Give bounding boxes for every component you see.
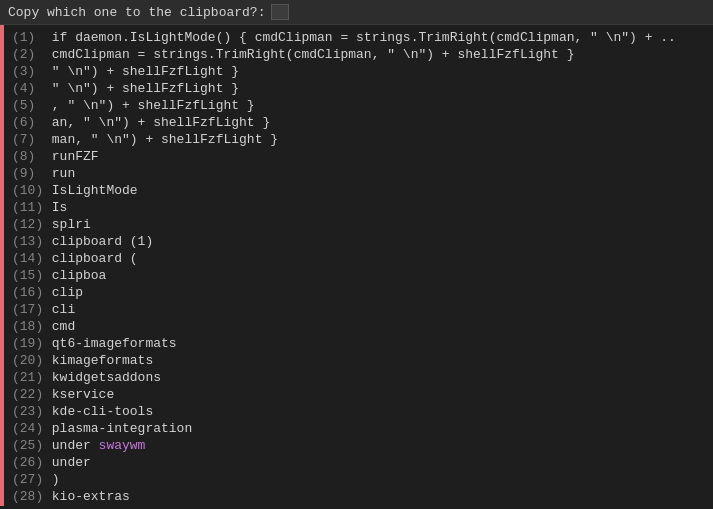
line-number: (27) [12,471,44,488]
line-content: ) [44,471,60,488]
header-bar: Copy which one to the clipboard?: [0,0,713,25]
line-content: cli [44,301,75,318]
line-content: cmd [44,318,75,335]
table-row[interactable]: (19) qt6-imageformats [12,335,705,352]
table-row[interactable]: (10) IsLightMode [12,182,705,199]
table-row[interactable]: (4) " \n") + shellFzfLight } [12,80,705,97]
table-row[interactable]: (13) clipboard (1) [12,233,705,250]
line-number: (3) [12,63,44,80]
table-row[interactable]: (7) man, " \n") + shellFzfLight } [12,131,705,148]
line-content: IsLightMode [44,182,138,199]
line-content: kservice [44,386,114,403]
line-content: Is [44,199,67,216]
line-content: clipboard (1) [44,233,153,250]
line-content: if daemon.IsLightMode() { cmdClipman = s… [44,29,676,46]
line-content: clip [44,284,83,301]
line-number: (17) [12,301,44,318]
line-content: clipboard ( [44,250,138,267]
line-number: (18) [12,318,44,335]
clipboard-input[interactable] [271,4,289,20]
line-content: kde-cli-tools [44,403,153,420]
table-row[interactable]: (28) kio-extras [12,488,705,505]
table-row[interactable]: (20) kimageformats [12,352,705,369]
line-number: (19) [12,335,44,352]
line-content: , " \n") + shellFzfLight } [44,97,255,114]
table-row[interactable]: (3) " \n") + shellFzfLight } [12,63,705,80]
line-number: (6) [12,114,44,131]
line-content: an, " \n") + shellFzfLight } [44,114,270,131]
line-number: (22) [12,386,44,403]
line-number: (7) [12,131,44,148]
table-row[interactable]: (5) , " \n") + shellFzfLight } [12,97,705,114]
line-content: fmpegthums kdegraphics-thumbnailers kima… [44,505,489,506]
line-content: kwidgetsaddons [44,369,161,386]
line-number: (23) [12,403,44,420]
line-content: under swaywm [44,437,145,454]
line-number: (4) [12,80,44,97]
line-number: (12) [12,216,44,233]
table-row[interactable]: (17) cli [12,301,705,318]
table-row[interactable]: (15) clipboa [12,267,705,284]
line-content: plasma-integration [44,420,192,437]
line-number: (2) [12,46,44,63]
table-row[interactable]: (21) kwidgetsaddons [12,369,705,386]
line-content: " \n") + shellFzfLight } [44,80,239,97]
table-row[interactable]: (9) run [12,165,705,182]
table-row[interactable]: (16) clip [12,284,705,301]
line-number: (24) [12,420,44,437]
table-row[interactable]: (1) if daemon.IsLightMode() { cmdClipman… [12,29,705,46]
table-row[interactable]: (8) runFZF [12,148,705,165]
table-row[interactable]: (2) cmdClipman = strings.TrimRight(cmdCl… [12,46,705,63]
line-number: (5) [12,97,44,114]
line-number: (14) [12,250,44,267]
table-row[interactable]: (12) splri [12,216,705,233]
line-number: (28) [12,488,44,505]
line-content: qt6-imageformats [44,335,177,352]
line-content: clipboa [44,267,106,284]
line-number: (16) [12,284,44,301]
table-row[interactable]: (6) an, " \n") + shellFzfLight } [12,114,705,131]
table-row[interactable]: (11) Is [12,199,705,216]
table-row[interactable]: (18) cmd [12,318,705,335]
line-number: (11) [12,199,44,216]
line-content: under [44,454,91,471]
content-area: (1) if daemon.IsLightMode() { cmdClipman… [0,25,713,506]
table-row[interactable]: (26) under [12,454,705,471]
line-number: (21) [12,369,44,386]
table-row[interactable]: (27) ) [12,471,705,488]
line-number: (10) [12,182,44,199]
line-content: splri [44,216,91,233]
line-number: (8) [12,148,44,165]
table-row[interactable]: (25) under swaywm [12,437,705,454]
table-row[interactable]: (22) kservice [12,386,705,403]
line-content: kimageformats [44,352,153,369]
header-label: Copy which one to the clipboard?: [8,5,265,20]
line-number: (13) [12,233,44,250]
line-content: man, " \n") + shellFzfLight } [44,131,278,148]
line-content: cmdClipman = strings.TrimRight(cmdClipma… [44,46,575,63]
table-row[interactable]: (23) kde-cli-tools [12,403,705,420]
table-row[interactable]: (24) plasma-integration [12,420,705,437]
line-content: run [44,165,75,182]
line-number: (15) [12,267,44,284]
line-content: kio-extras [44,488,130,505]
line-number: (29) [12,505,44,506]
line-number: (20) [12,352,44,369]
code-listing: (1) if daemon.IsLightMode() { cmdClipman… [4,25,713,506]
line-content: " \n") + shellFzfLight } [44,63,239,80]
line-number: (25) [12,437,44,454]
line-number: (9) [12,165,44,182]
table-row[interactable]: (29) fmpegthums kdegraphics-thumbnailers… [12,505,705,506]
line-content: runFZF [44,148,99,165]
table-row[interactable]: (14) clipboard ( [12,250,705,267]
line-number: (1) [12,29,44,46]
line-number: (26) [12,454,44,471]
